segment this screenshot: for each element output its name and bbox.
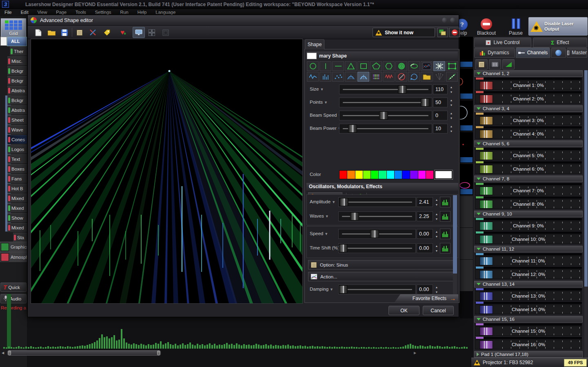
tab-effect[interactable]: Σ Effect [533,38,587,47]
tab-globe[interactable] [551,48,566,58]
open-shape-button[interactable] [45,27,58,38]
option-sinus-button[interactable]: Option: Sinus [308,260,457,269]
quicktools-button[interactable]: T Quick [0,282,27,292]
fountain-shape-icon[interactable] [433,72,445,82]
channel-group-header[interactable]: Channel 9, 10 [474,211,583,217]
scrollbar-left-cap[interactable] [8,351,11,355]
sidebar-tab-sheet[interactable]: Sheet [7,115,27,125]
rain-shape-icon[interactable] [370,72,382,82]
blackout-icon[interactable] [481,18,492,30]
channel-slider[interactable]: Channel 4: 0% [475,129,582,139]
menu-item-file[interactable]: File [0,9,16,16]
speed-fft-button[interactable] [440,229,450,239]
action-button[interactable]: Action... [308,272,457,281]
grid-view-button-dlg[interactable] [146,27,158,38]
scatter-shape-icon[interactable] [332,72,344,82]
speed-spinner[interactable]: ▲▼ [434,229,439,239]
amplitude-slider[interactable] [338,197,416,207]
cue-cell[interactable] [460,100,473,132]
beam-speed-slider-handle[interactable] [379,111,388,120]
cue-cell[interactable] [460,260,473,291]
points-slider[interactable] [339,98,432,107]
graph-shape-icon[interactable] [421,61,433,71]
speed-slider[interactable] [338,229,416,239]
channels-edit-button[interactable] [475,59,488,69]
sidebar-tab-cones[interactable]: Cones [7,135,27,144]
vline-shape-icon[interactable] [320,61,331,71]
frame-shape-icon[interactable] [446,61,458,71]
beam-power-value[interactable]: 10 [433,124,448,133]
primary-shape-checkbox[interactable] [307,53,317,59]
channel-group-header[interactable]: Channel 7, 8 [474,176,583,182]
sidebar-tab-sta[interactable]: Sta [13,233,27,242]
size-value[interactable]: 110 [433,85,448,94]
dialog-close-orb[interactable] [450,18,455,23]
waves-fft-button[interactable] [440,211,450,222]
sidebar-tab-bckgr[interactable]: Bckgr [7,96,27,105]
save-shape-button[interactable] [58,27,71,38]
points-label[interactable]: Points▼ [310,100,328,105]
color-swatch[interactable] [418,171,426,179]
sidebar-tab-mixed[interactable]: Mixed [7,203,27,213]
channels-mixer-button[interactable] [489,59,501,69]
channel-slider[interactable]: Channel 15: 0% [475,326,582,336]
channels-fade-button[interactable] [502,59,515,69]
sidebar-tab-bckgr[interactable]: Bckgr [7,76,27,85]
params-scrollbar[interactable] [453,195,457,302]
channel-slider[interactable]: Channel 6: 0% [475,164,582,174]
channel-slider[interactable]: Channel 5: 0% [475,151,582,160]
tab-channels[interactable]: Channels [516,47,550,58]
tab-master[interactable]: Master [567,48,587,58]
channel-slider[interactable]: Channel 1: 0% [475,80,582,90]
dialog-title-bar[interactable]: Advanced Shape editor [28,15,459,26]
sidebar-tab-wave[interactable]: Wave [7,125,27,134]
waves-label[interactable]: Waves▼ [310,214,329,218]
size-label[interactable]: Size▼ [310,87,324,91]
tag-button[interactable] [101,27,113,38]
spiral-shape-icon[interactable] [395,61,407,71]
cue-cell[interactable] [460,69,473,100]
amplitude-fft-button[interactable] [440,197,450,207]
sidebar-tab-text[interactable]: Text [7,154,27,164]
color-swatch[interactable] [355,171,363,179]
circle-shape-icon[interactable] [307,61,319,71]
ok-button[interactable]: OK [388,306,419,315]
time-shift-slider-handle[interactable] [339,244,348,252]
sidebar-tab-abstra[interactable]: Abstra [7,86,27,95]
sidebar-tab-misc[interactable]: Misc. [7,56,27,66]
sidebar-page-graphics[interactable]: Graphics [0,242,27,252]
hline-shape-icon[interactable] [332,61,344,71]
beam-power-label[interactable]: Beam Power▼ [310,126,342,131]
single-view-button[interactable] [133,27,145,38]
pad-group-header[interactable]: Pad 1 (Channel 17,18) [474,351,583,358]
sidebar-tab-mixed[interactable]: Mixed [7,223,27,232]
scroll-left-icon[interactable]: ◀ [2,351,4,355]
scrollbar-right-cap[interactable] [157,351,160,355]
points-value[interactable]: 50 [433,98,448,107]
wave-shape-icon[interactable] [307,72,319,82]
scrollbar-track[interactable] [7,350,161,356]
channel-slider[interactable]: Channel 13: 0% [475,291,582,301]
sidebar-tab-all[interactable]: ALL [7,37,27,46]
tab-live-control[interactable]: Live Control [474,38,531,47]
beam-speed-slider[interactable] [339,111,432,120]
dome-beams-shape-icon[interactable] [357,72,369,82]
workspace-layers-button[interactable] [437,28,448,37]
scroll-right-icon[interactable]: ▶ [414,351,416,355]
damping-label[interactable]: Damping▼ [310,287,333,291]
sidebar-page-atmosph[interactable]: Atmosph [0,252,27,262]
sidebar-tab-hotb[interactable]: Hot B [7,184,27,193]
time-shift-slider[interactable] [338,243,416,253]
beam-speed-label[interactable]: Beam Speed▼ [310,113,342,118]
properties-button[interactable] [73,27,86,38]
stop-output-button[interactable] [449,28,460,37]
size-slider-handle[interactable] [398,85,407,93]
color-swatch[interactable] [339,171,347,179]
color-swatch[interactable] [426,171,433,179]
damping-spinner[interactable]: ▲▼ [434,285,439,294]
audio-button[interactable]: Audio [0,294,27,303]
white-color-swatch[interactable] [435,170,453,179]
bars-shape-icon[interactable] [320,72,331,82]
waves-value[interactable]: 2.25 [417,211,433,221]
no-entry-shape-icon[interactable] [395,72,407,82]
